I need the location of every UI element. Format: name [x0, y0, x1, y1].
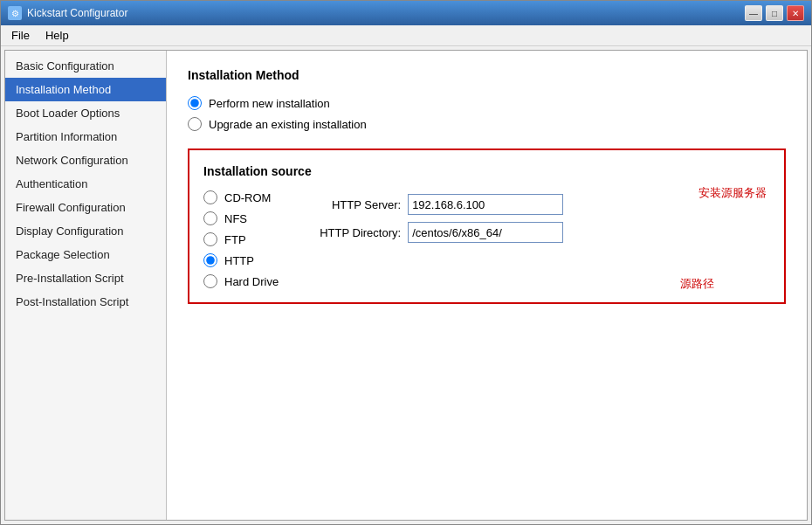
http-server-label: HTTP Server:: [296, 198, 401, 211]
sidebar-item-boot-loader-options[interactable]: Boot Loader Options: [5, 101, 166, 125]
ftp-radio[interactable]: [203, 232, 217, 246]
close-button[interactable]: ✕: [787, 5, 804, 21]
help-menu[interactable]: Help: [38, 27, 76, 44]
content-panel: Installation Method Perform new installa…: [167, 51, 807, 520]
new-install-option[interactable]: Perform new installation: [188, 96, 786, 110]
http-option[interactable]: HTTP: [203, 253, 279, 267]
cdrom-radio[interactable]: [203, 190, 217, 204]
new-install-label: Perform new installation: [209, 97, 330, 110]
app-icon: ⚙: [8, 6, 22, 20]
ftp-label: FTP: [224, 233, 246, 246]
minimize-button[interactable]: —: [745, 5, 762, 21]
http-label: HTTP: [224, 254, 254, 267]
cdrom-option[interactable]: CD-ROM: [203, 190, 279, 204]
nfs-option[interactable]: NFS: [203, 211, 279, 225]
file-menu[interactable]: File: [4, 27, 37, 44]
sidebar-item-basic-configuration[interactable]: Basic Configuration: [5, 54, 166, 78]
http-fields: HTTP Server: HTTP Directory:: [296, 194, 563, 288]
ftp-option[interactable]: FTP: [203, 232, 279, 246]
window-title: Kickstart Configurator: [27, 7, 127, 19]
menu-bar: File Help: [1, 25, 811, 46]
http-directory-input[interactable]: [408, 222, 563, 243]
hard-drive-radio[interactable]: [203, 274, 217, 288]
sidebar-item-network-configuration[interactable]: Network Configuration: [5, 149, 166, 172]
sidebar-item-display-configuration[interactable]: Display Configuration: [5, 219, 166, 243]
new-install-radio[interactable]: [188, 96, 202, 110]
http-directory-label: HTTP Directory:: [296, 226, 401, 239]
section-title: Installation Method: [188, 68, 786, 82]
nfs-label: NFS: [224, 212, 247, 225]
sidebar-item-authentication[interactable]: Authentication: [5, 172, 166, 196]
hard-drive-option[interactable]: Hard Drive: [203, 274, 279, 288]
installation-source-box: Installation source 安装源服务器 源路径 CD-ROM: [188, 149, 786, 304]
install-type-group: Perform new installation Upgrade an exis…: [188, 96, 786, 131]
title-bar: ⚙ Kickstart Configurator — □ ✕: [1, 1, 811, 25]
source-radios: CD-ROM NFS FTP HTTP: [203, 190, 279, 288]
main-content: Basic Configuration Installation Method …: [4, 50, 808, 521]
sidebar-item-package-selection[interactable]: Package Selection: [5, 243, 166, 266]
http-server-row: HTTP Server:: [296, 194, 563, 215]
upgrade-radio[interactable]: [188, 117, 202, 131]
sidebar-item-firewall-configuration[interactable]: Firewall Configuration: [5, 196, 166, 219]
http-server-input[interactable]: [408, 194, 563, 215]
upgrade-label: Upgrade an existing installation: [209, 118, 367, 131]
cdrom-label: CD-ROM: [224, 191, 271, 204]
annotation-path: 源路径: [680, 276, 714, 292]
sidebar-item-pre-installation-script[interactable]: Pre-Installation Script: [5, 266, 166, 290]
sidebar-item-partition-information[interactable]: Partition Information: [5, 125, 166, 149]
http-directory-row: HTTP Directory:: [296, 222, 563, 243]
http-radio[interactable]: [203, 253, 217, 267]
title-bar-left: ⚙ Kickstart Configurator: [8, 6, 127, 20]
hard-drive-label: Hard Drive: [224, 275, 279, 288]
nfs-radio[interactable]: [203, 211, 217, 225]
sidebar-item-installation-method[interactable]: Installation Method: [5, 78, 166, 101]
sidebar: Basic Configuration Installation Method …: [5, 51, 167, 520]
sidebar-item-post-installation-script[interactable]: Post-Installation Script: [5, 290, 166, 314]
main-window: ⚙ Kickstart Configurator — □ ✕ File Help…: [0, 0, 812, 525]
window-controls: — □ ✕: [745, 5, 804, 21]
source-section-title: Installation source: [203, 164, 770, 178]
upgrade-option[interactable]: Upgrade an existing installation: [188, 117, 786, 131]
annotation-server: 安装源服务器: [698, 185, 767, 201]
maximize-button[interactable]: □: [766, 5, 783, 21]
